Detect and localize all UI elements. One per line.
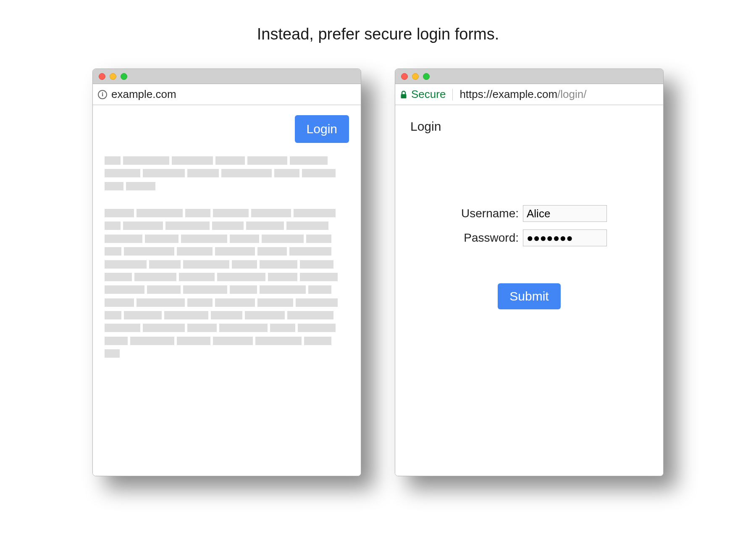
- maximize-icon[interactable]: [121, 73, 127, 80]
- close-icon[interactable]: [401, 73, 408, 80]
- password-input[interactable]: [523, 229, 607, 246]
- address-bar[interactable]: i example.com: [93, 84, 361, 105]
- url-text: example.com: [111, 88, 176, 101]
- maximize-icon[interactable]: [423, 73, 430, 80]
- page-content: Login: [93, 105, 361, 476]
- username-label: Username:: [452, 207, 519, 220]
- password-row: Password:: [452, 229, 607, 246]
- login-form: Username: Password: Submit: [407, 205, 651, 309]
- login-button[interactable]: Login: [295, 115, 349, 143]
- url-divider: [452, 89, 453, 100]
- login-heading: Login: [407, 115, 651, 134]
- url-text: https://example.com/login/: [459, 88, 586, 101]
- windows-container: i example.com Login: [92, 69, 664, 476]
- title-bar: [395, 69, 663, 84]
- password-label: Password:: [452, 231, 519, 245]
- close-icon[interactable]: [99, 73, 105, 80]
- minimize-icon[interactable]: [110, 73, 116, 80]
- svg-rect-0: [401, 94, 407, 98]
- lock-icon: [400, 91, 407, 98]
- username-row: Username:: [452, 205, 607, 222]
- page-content: Login Username: Password: Submit: [395, 105, 663, 476]
- insecure-browser-window: i example.com Login: [92, 69, 361, 476]
- address-bar[interactable]: Secure https://example.com/login/: [395, 84, 663, 105]
- secure-label: Secure: [411, 88, 446, 101]
- page-title: Instead, prefer secure login forms.: [257, 25, 499, 43]
- title-bar: [93, 69, 361, 84]
- placeholder-body-text: [105, 143, 349, 361]
- secure-browser-window: Secure https://example.com/login/ Login …: [395, 69, 664, 476]
- username-input[interactable]: [523, 205, 607, 222]
- submit-button[interactable]: Submit: [498, 283, 560, 309]
- info-icon[interactable]: i: [98, 90, 107, 99]
- minimize-icon[interactable]: [412, 73, 419, 80]
